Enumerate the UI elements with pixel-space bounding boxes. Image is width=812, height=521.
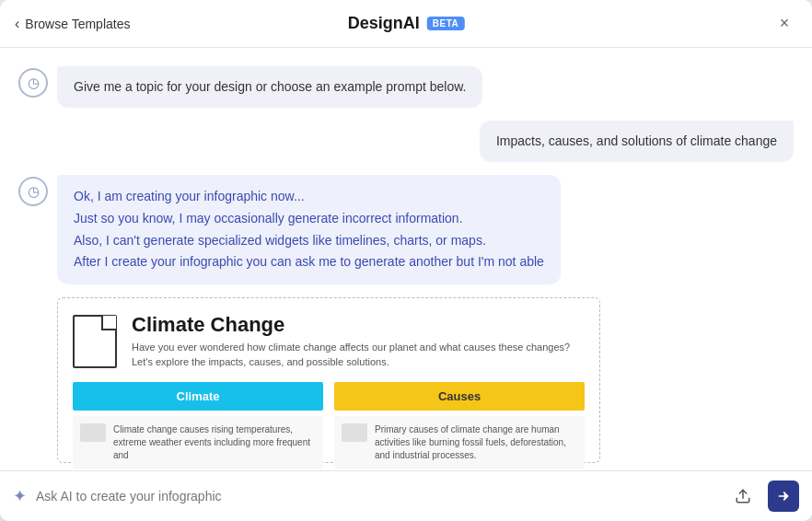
ai-response-row: ◷ Ok, I am creating your infographic now… — [18, 175, 794, 284]
ai-prompt-bubble: Give me a topic for your design or choos… — [57, 66, 482, 108]
preview-col-2: Causes Primary causes of climate change … — [334, 382, 585, 469]
ai-response-line-3: Also, I can't generate specialized widge… — [74, 230, 544, 252]
col1-icon — [80, 423, 106, 442]
back-label: Browse Templates — [25, 17, 130, 31]
send-icon — [776, 489, 791, 504]
input-bar: ✦ — [0, 470, 812, 521]
user-message-bubble: Impacts, causes, and solutions of climat… — [480, 121, 794, 162]
sparkle-icon: ✦ — [13, 486, 27, 506]
user-message-row: Impacts, causes, and solutions of climat… — [18, 121, 794, 162]
col1-content: Climate change causes rising temperature… — [73, 416, 323, 469]
upload-icon — [735, 488, 751, 504]
titlebar: ‹ Browse Templates DesignAI BETA × — [0, 0, 812, 48]
titlebar-center: DesignAI BETA — [348, 14, 465, 33]
main-window: ‹ Browse Templates DesignAI BETA × ◷ Giv… — [0, 0, 812, 521]
chat-input[interactable] — [36, 489, 718, 504]
col2-header: Causes — [334, 382, 585, 411]
ai-prompt-text: Give me a topic for your design or choos… — [74, 79, 466, 94]
send-button[interactable] — [768, 480, 799, 512]
ai-response-line-1: Ok, I am creating your infographic now..… — [74, 186, 544, 208]
chat-area: ◷ Give me a topic for your design or cho… — [0, 48, 812, 470]
beta-badge: BETA — [427, 17, 464, 30]
app-title: DesignAI — [348, 14, 420, 33]
doc-icon — [73, 315, 117, 368]
infographic-preview: Climate Change Have you ever wondered ho… — [57, 297, 600, 463]
col2-text: Primary causes of climate change are hum… — [375, 423, 577, 462]
user-message-text: Impacts, causes, and solutions of climat… — [496, 133, 777, 148]
upload-button[interactable] — [727, 480, 759, 512]
ai-avatar: ◷ — [18, 68, 48, 98]
preview-title: Climate Change — [132, 313, 585, 337]
preview-subtitle: Have you ever wondered how climate chang… — [132, 341, 585, 369]
ai-response-line-2: Just so you know, I may occasionally gen… — [74, 208, 544, 230]
col2-content: Primary causes of climate change are hum… — [334, 416, 585, 469]
col2-icon — [342, 423, 367, 442]
close-button[interactable]: × — [771, 11, 797, 37]
back-button[interactable]: ‹ Browse Templates — [15, 16, 130, 32]
ai-response-line-4: After I create your infographic you can … — [74, 251, 544, 273]
preview-title-block: Climate Change Have you ever wondered ho… — [132, 313, 585, 369]
col1-text: Climate change causes rising temperature… — [113, 423, 316, 462]
ai-avatar-2: ◷ — [18, 177, 48, 206]
ai-response-bubble: Ok, I am creating your infographic now..… — [57, 175, 561, 284]
clock-icon: ◷ — [28, 75, 40, 91]
clock-icon-2: ◷ — [28, 183, 40, 200]
back-icon: ‹ — [15, 16, 19, 32]
preview-col-1: Climate Climate change causes rising tem… — [73, 382, 323, 469]
ai-prompt-row: ◷ Give me a topic for your design or cho… — [18, 66, 794, 108]
preview-header: Climate Change Have you ever wondered ho… — [73, 313, 585, 369]
col1-header: Climate — [73, 382, 323, 411]
preview-columns: Climate Climate change causes rising tem… — [73, 382, 585, 469]
